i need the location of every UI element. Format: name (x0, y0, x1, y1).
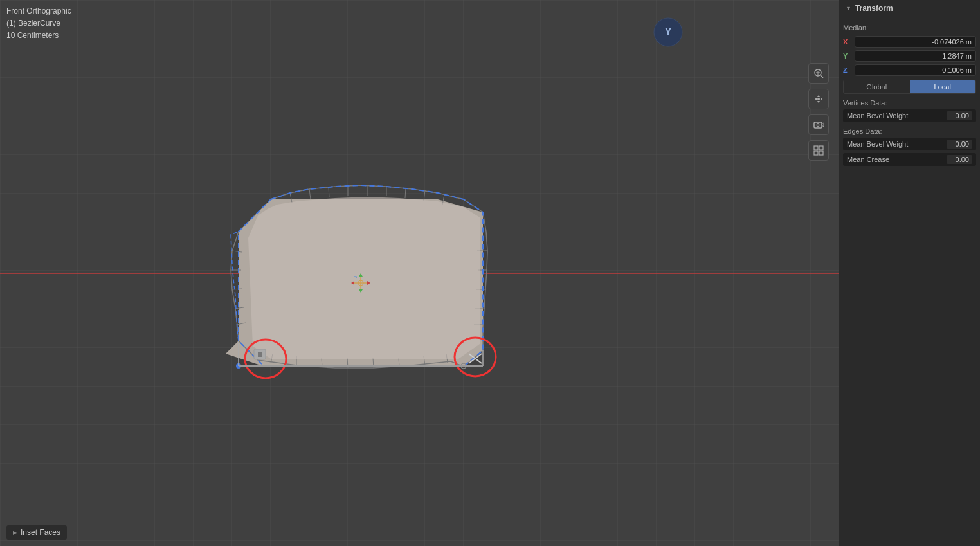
axis-indicator: Y (652, 16, 684, 48)
vertices-data-label: Vertices Data: (843, 99, 976, 107)
svg-rect-10 (819, 146, 823, 150)
mean-crease-value[interactable]: 0.00 (947, 155, 972, 164)
z-coord-row: Z 0.1006 m (843, 64, 976, 76)
viewport-status: Inset Faces (6, 525, 67, 540)
svg-line-3 (821, 75, 823, 78)
global-button[interactable]: Global (844, 80, 910, 93)
local-button[interactable]: Local (910, 80, 976, 93)
edge-bevel-value[interactable]: 0.00 (947, 140, 972, 149)
svg-text:Y: Y (665, 26, 672, 37)
svg-line-15 (309, 189, 311, 199)
y-value[interactable]: -1.2847 m (855, 50, 976, 62)
svg-rect-12 (819, 151, 823, 155)
global-local-toggle: Global Local (843, 80, 976, 94)
main-container: Front Orthographic (1) BezierCurve 10 Ce… (0, 0, 980, 546)
zoom-gizmo-button[interactable] (808, 63, 829, 84)
mean-crease-label: Mean Crease (847, 156, 889, 163)
gizmo-area (808, 19, 829, 161)
pan-gizmo-button[interactable] (808, 89, 829, 109)
svg-rect-47 (258, 352, 262, 357)
mesh-container (206, 154, 515, 392)
svg-rect-11 (814, 151, 818, 155)
viewport-info: Front Orthographic (1) BezierCurve 10 Ce… (6, 5, 71, 42)
svg-marker-41 (248, 197, 480, 359)
panel-header: Transform (839, 0, 980, 17)
vertex-bevel-label: Mean Bevel Weight (847, 112, 908, 120)
panel-title: Transform (855, 4, 893, 13)
vertex-bevel-row: Mean Bevel Weight 0.00 (843, 109, 976, 122)
object-label: (1) BezierCurve (6, 17, 71, 30)
svg-point-6 (817, 98, 820, 100)
x-value[interactable]: -0.074026 m (855, 36, 976, 48)
mesh-svg (206, 154, 515, 392)
view-label: Front Orthographic (6, 5, 71, 17)
panel-content: Median: X -0.074026 m Y -1.2847 m Z 0.10… (839, 17, 980, 174)
status-label: Inset Faces (21, 528, 60, 537)
svg-line-21 (424, 190, 425, 201)
svg-line-20 (405, 188, 406, 198)
axis-gizmo-svg: Y (652, 16, 684, 48)
svg-line-16 (329, 187, 329, 197)
svg-rect-9 (814, 146, 818, 150)
mean-crease-row: Mean Crease 0.00 (843, 153, 976, 166)
z-label: Z (843, 66, 852, 74)
scale-label: 10 Centimeters (6, 30, 71, 42)
vertex-bevel-value[interactable]: 0.00 (947, 111, 972, 120)
y-label: Y (843, 52, 852, 60)
x-coord-row: X -0.074026 m (843, 36, 976, 48)
svg-point-8 (817, 124, 819, 127)
edge-bevel-row: Mean Bevel Weight 0.00 (843, 138, 976, 150)
svg-rect-7 (814, 122, 822, 128)
grid-gizmo-button[interactable] (808, 140, 829, 161)
camera-gizmo-button[interactable] (808, 114, 829, 135)
y-coord-row: Y -1.2847 m (843, 50, 976, 62)
median-label: Median: (843, 23, 976, 33)
viewport[interactable]: Front Orthographic (1) BezierCurve 10 Ce… (0, 0, 839, 546)
edges-data-label: Edges Data: (843, 127, 976, 135)
right-panel: Transform Median: X -0.074026 m Y -1.284… (839, 0, 980, 546)
x-label: X (843, 38, 852, 46)
edge-bevel-label: Mean Bevel Weight (847, 140, 908, 148)
z-value[interactable]: 0.1006 m (855, 64, 976, 76)
